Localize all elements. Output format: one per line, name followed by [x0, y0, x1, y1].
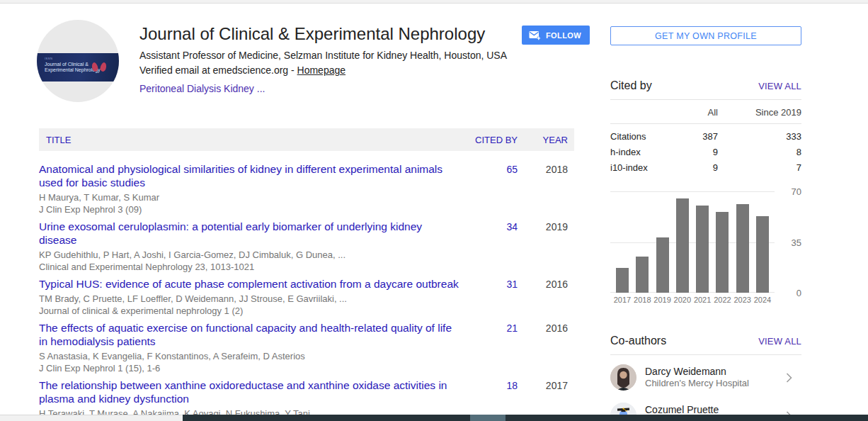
cited-by-heading: Cited by: [610, 79, 652, 92]
coauthors-panel: Co-authors VIEW ALL Darcy Weidemann Chil…: [610, 335, 801, 421]
citation-bar-2022[interactable]: [716, 212, 729, 293]
profile-affiliation: Assistant Professor of Medicine, Selzman…: [139, 49, 515, 62]
chart-year-label: 2017: [613, 296, 632, 304]
stat-row-h-index: h-index 9 8: [610, 144, 801, 159]
column-all: All: [671, 107, 718, 118]
publication-row: Urine exosomal ceruloplasmin: a potentia…: [39, 220, 574, 273]
horizontal-scrollbar: [0, 415, 868, 421]
homepage-link[interactable]: Homepage: [297, 64, 346, 76]
cited-by-panel: Cited by VIEW ALL All Since 2019 Citatio…: [610, 79, 801, 175]
publication-venue: Journal of clinical & experimental nephr…: [39, 305, 459, 317]
citation-bar-2019[interactable]: [656, 237, 669, 293]
cited-by-view-all-link[interactable]: VIEW ALL: [758, 81, 801, 91]
citation-bar-2023[interactable]: [736, 204, 749, 293]
stat-label: Citations: [610, 131, 671, 142]
banner-title-line2: Experimental Nephrology: [37, 67, 119, 73]
publications-table: TITLE CITED BY YEAR Anatomical and physi…: [39, 128, 574, 421]
bar-slot: [673, 191, 692, 293]
banner-title-line1: Journal of Clinical &: [37, 62, 119, 67]
chart-year-label: 2022: [713, 296, 731, 304]
profile-avatar[interactable]: ISSN Journal of Clinical & Experimental …: [37, 20, 119, 102]
publications-list: Anatomical and physiological similaritie…: [39, 151, 574, 421]
publication-year: 2016: [518, 277, 568, 317]
profile-interests-link[interactable]: Peritoneal Dialysis Kidney ...: [139, 83, 515, 94]
publication-title-link[interactable]: The relationship between xanthine oxidor…: [39, 378, 459, 405]
publication-year: 2016: [518, 321, 568, 374]
profile-name: Journal of Clinical & Experimental Nephr…: [139, 24, 515, 44]
chart-year-label: 2018: [633, 296, 651, 304]
publication-title-link[interactable]: Anatomical and physiological similaritie…: [39, 162, 459, 189]
citation-year-labels: 20172018201920202021202220232024: [610, 296, 775, 304]
publication-cited-by-link[interactable]: 65: [464, 162, 518, 215]
column-header-year[interactable]: YEAR: [518, 135, 568, 145]
coauthor-affiliation: Children's Mercy Hospital: [645, 378, 786, 389]
column-header-cited-by[interactable]: CITED BY: [464, 135, 518, 145]
chevron-right-icon[interactable]: [786, 373, 801, 383]
publication-authors: H Maurya, T Kumar, S Kumar: [39, 191, 459, 203]
citation-bar-2018[interactable]: [636, 257, 649, 293]
publication-year: 2018: [518, 162, 568, 215]
citations-chart: 70 35 0 20172018201920202021202220232024: [610, 186, 801, 304]
y-tick-35: 35: [792, 237, 801, 247]
banner-smallprint: ISSN: [37, 53, 119, 62]
stat-since-value: 8: [718, 147, 801, 157]
citation-bar-2020[interactable]: [676, 198, 689, 293]
citation-bar-2017[interactable]: [616, 268, 629, 293]
bar-slot: [633, 191, 651, 293]
citation-bar-2021[interactable]: [696, 206, 709, 293]
top-border-bar: [0, 0, 868, 4]
bar-slot: [753, 191, 772, 293]
publication-row: Anatomical and physiological similaritie…: [39, 162, 574, 215]
get-my-own-profile-button[interactable]: GET MY OWN PROFILE: [610, 26, 801, 45]
scholar-profile-page: ISSN Journal of Clinical & Experimental …: [0, 0, 868, 421]
bar-slot: [653, 191, 672, 293]
citation-bar-2024[interactable]: [756, 216, 769, 293]
chart-year-label: 2019: [653, 296, 672, 304]
publication-cited-by-link[interactable]: 31: [464, 277, 518, 317]
coauthor-row[interactable]: Darcy Weidemann Children's Mercy Hospita…: [610, 358, 801, 396]
citation-bars: [610, 191, 775, 293]
profile-verified-email: Verified email at emedscience.org - Home…: [139, 64, 515, 77]
publication-venue: J Clin Exp Nephrol 3 (09): [39, 203, 459, 215]
publication-row: Typical HUS: evidence of acute phase com…: [39, 277, 574, 317]
cited-by-columns: All Since 2019: [610, 100, 801, 124]
publication-cited-by-link[interactable]: 21: [464, 321, 518, 374]
stat-since-value: 333: [718, 131, 801, 142]
scrollbar-dark-track[interactable]: [183, 415, 868, 421]
column-header-title: TITLE: [39, 135, 464, 145]
citations-plot-area: [610, 191, 775, 293]
stat-since-value: 7: [718, 162, 801, 173]
coauthor-name-link[interactable]: Darcy Weidemann: [645, 366, 786, 378]
column-since-2019: Since 2019: [718, 107, 801, 118]
stat-row-i10-index: i10-index 9 7: [610, 159, 801, 175]
y-tick-0: 0: [796, 288, 801, 298]
publication-authors: S Anastasia, K Evangelia, F Konstantinos…: [39, 350, 459, 362]
publication-authors: TM Brady, C Pruette, LF Loeffler, D Weid…: [39, 293, 459, 305]
follow-envelope-plus-icon: [529, 30, 541, 40]
publication-venue: Clinical and Experimental Nephrology 23,…: [39, 261, 459, 273]
scrollbar-thumb[interactable]: [470, 415, 506, 421]
publication-cited-by-link[interactable]: 34: [464, 220, 518, 273]
verified-email-text: Verified email at emedscience.org -: [139, 64, 297, 76]
chart-year-label: 2024: [753, 296, 772, 304]
y-tick-70: 70: [792, 186, 801, 197]
stat-all-value: 9: [671, 162, 718, 173]
publication-year: 2019: [518, 220, 568, 273]
follow-button-label: FOLLOW: [546, 31, 581, 40]
coauthors-view-all-link[interactable]: VIEW ALL: [758, 336, 801, 347]
publication-row: The effects of aquatic exercise on funct…: [39, 321, 574, 374]
follow-button[interactable]: FOLLOW: [522, 26, 590, 45]
publication-venue: J Clin Exp Nephrol 1 (15), 1-6: [39, 362, 459, 374]
bar-slot: [613, 191, 632, 293]
chart-year-label: 2021: [693, 296, 712, 304]
publication-title-link[interactable]: The effects of aquatic exercise on funct…: [39, 321, 459, 348]
stat-label: i10-index: [610, 162, 671, 173]
publication-title-link[interactable]: Typical HUS: evidence of acute phase com…: [39, 277, 459, 291]
bar-slot: [713, 191, 731, 293]
publication-authors: KP Gudehithlu, P Hart, A Joshi, I Garcia…: [39, 249, 459, 261]
bar-slot: [733, 191, 752, 293]
publications-header-row: TITLE CITED BY YEAR: [39, 128, 574, 151]
bar-slot: [693, 191, 712, 293]
publication-title-link[interactable]: Urine exosomal ceruloplasmin: a potentia…: [39, 220, 459, 247]
chart-year-label: 2023: [733, 296, 752, 304]
